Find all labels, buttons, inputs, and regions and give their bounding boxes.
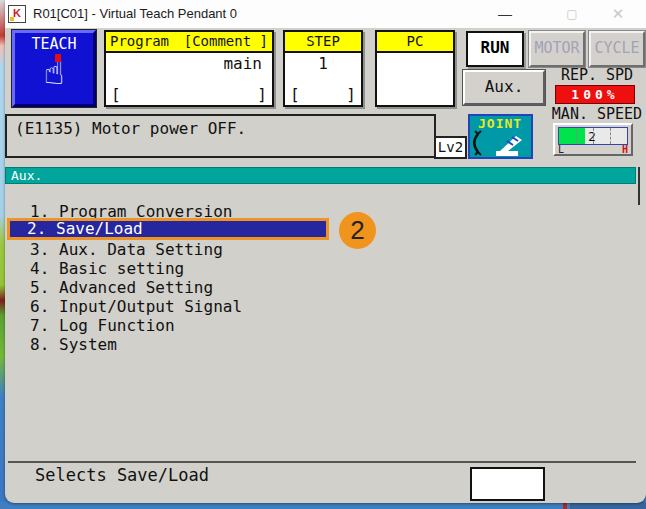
annotation-step-badge: 2 bbox=[339, 212, 376, 249]
maximize-icon[interactable]: ▢ bbox=[552, 0, 592, 28]
close-icon[interactable]: ✕ bbox=[598, 0, 638, 28]
menu-item-system[interactable]: 8. System bbox=[30, 335, 117, 354]
rep-spd-value: 100% bbox=[555, 85, 635, 104]
program-comment-label: [Comment ] bbox=[184, 32, 268, 51]
pc-header-label: PC bbox=[407, 32, 424, 51]
step-brackets: [] bbox=[285, 85, 361, 104]
man-speed-indicator[interactable]: 2 L H bbox=[553, 123, 633, 156]
taskbar-dim-segment bbox=[570, 502, 646, 509]
taskbar-strip bbox=[0, 502, 646, 509]
menu-item-save-load-selected[interactable]: 2. Save/Load bbox=[7, 218, 329, 240]
cycle-button[interactable]: CYCLE bbox=[589, 31, 645, 67]
footer-divider bbox=[8, 461, 636, 463]
menu-item-basic-setting[interactable]: 4. Basic setting bbox=[30, 259, 184, 278]
program-panel[interactable]: Program [Comment ] main [] bbox=[104, 30, 274, 107]
joint-mode-button[interactable]: JOINT bbox=[468, 114, 533, 159]
man-speed-track: 2 bbox=[558, 127, 628, 145]
status-message-box: (E1135) Motor power OFF. bbox=[5, 114, 436, 158]
title-bar: K R01[C01] - Virtual Teach Pendant 0 — ▢… bbox=[5, 0, 646, 28]
pc-panel[interactable]: PC bbox=[375, 30, 455, 107]
menu-header-bar: Aux. bbox=[5, 167, 636, 184]
program-brackets: [] bbox=[106, 85, 272, 104]
teach-button[interactable]: TEACH ☝ bbox=[12, 30, 96, 107]
aux-button[interactable]: Aux. bbox=[463, 70, 545, 105]
app-icon: K bbox=[8, 5, 26, 23]
rep-spd-label: REP. SPD bbox=[551, 66, 643, 84]
minimize-icon[interactable]: — bbox=[485, 0, 525, 28]
teach-label: TEACH bbox=[15, 35, 93, 53]
virtual-teach-pendant-window: K R01[C01] - Virtual Teach Pendant 0 — ▢… bbox=[5, 0, 646, 503]
step-value: 1 bbox=[285, 53, 361, 75]
man-speed-label: MAN. SPEED bbox=[549, 105, 645, 123]
menu-item-input-output-signal[interactable]: 6. Input/Output Signal bbox=[30, 297, 242, 316]
menu-item-advanced-setting[interactable]: 5. Advanced Setting bbox=[30, 278, 213, 297]
window-title: R01[C01] - Virtual Teach Pendant 0 bbox=[33, 6, 237, 21]
motor-button[interactable]: MOTOR bbox=[529, 31, 585, 67]
hand-pointer-icon: ☝ bbox=[44, 53, 64, 91]
scrollbar[interactable] bbox=[638, 167, 640, 205]
menu-item-aux-data-setting[interactable]: 3. Aux. Data Setting bbox=[30, 240, 223, 259]
man-speed-value: 2 bbox=[588, 129, 596, 144]
robot-arm-icon bbox=[472, 128, 530, 158]
footer-hint-text: Selects Save/Load bbox=[35, 465, 209, 485]
man-speed-high-label: H bbox=[622, 145, 628, 154]
step-header-label: STEP bbox=[306, 32, 340, 51]
man-speed-low-label: L bbox=[558, 145, 564, 154]
man-speed-bar bbox=[559, 128, 585, 144]
program-name-value: main bbox=[106, 53, 272, 75]
program-header-label: Program bbox=[110, 32, 169, 51]
taskbar-red-sliver bbox=[563, 502, 567, 509]
step-panel[interactable]: STEP 1 [] bbox=[283, 30, 363, 107]
level-badge: Lv2 bbox=[434, 136, 467, 159]
run-button[interactable]: RUN bbox=[466, 31, 524, 67]
menu-item-log-function[interactable]: 7. Log Function bbox=[30, 316, 175, 335]
footer-input[interactable] bbox=[470, 467, 545, 501]
